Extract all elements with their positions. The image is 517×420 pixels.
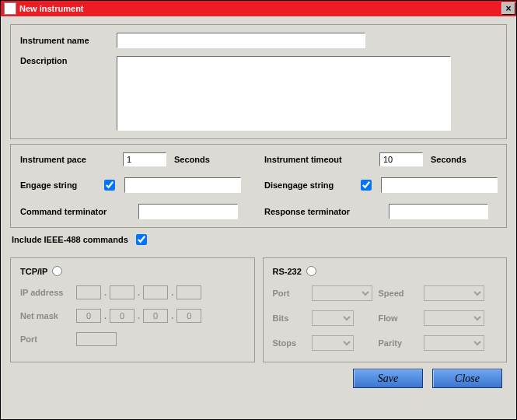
- rs-bits-label: Bits: [273, 313, 306, 323]
- content: Instrument name Description Instrument p…: [1, 16, 516, 419]
- dot-icon: .: [171, 311, 173, 320]
- timeout-unit: Seconds: [431, 155, 466, 164]
- tcp-port-label: Port: [20, 334, 76, 344]
- disengage-input[interactable]: [381, 177, 498, 193]
- dot-icon: .: [138, 288, 140, 297]
- mask-octet-1[interactable]: [76, 309, 101, 323]
- respterm-label: Response terminator: [264, 207, 389, 216]
- disengage-label: Disengage string: [264, 180, 361, 190]
- rs-stops-select[interactable]: [312, 335, 354, 351]
- cmdterm-label: Command terminator: [20, 207, 138, 216]
- rs-flow-label: Flow: [379, 313, 417, 323]
- save-button[interactable]: Save: [353, 369, 423, 388]
- window-title: New instrument: [19, 4, 501, 13]
- dialog-window: ◎ New instrument × Instrument name Descr…: [0, 0, 517, 420]
- group-timing: Instrument pace Seconds Instrument timeo…: [10, 144, 507, 228]
- cmdterm-input[interactable]: [138, 204, 238, 219]
- engage-input[interactable]: [124, 177, 241, 193]
- pace-input[interactable]: [123, 152, 166, 166]
- timeout-label: Instrument timeout: [264, 155, 379, 164]
- ip-octets: . . .: [76, 285, 245, 299]
- dot-icon: .: [171, 288, 173, 297]
- mask-octet-3[interactable]: [143, 309, 168, 323]
- ip-octet-2[interactable]: [110, 285, 134, 299]
- rs-port-label: Port: [273, 289, 306, 298]
- rs-speed-select[interactable]: [424, 285, 484, 301]
- rs-parity-label: Parity: [379, 338, 417, 348]
- ip-octet-4[interactable]: [176, 285, 201, 299]
- dot-icon: .: [104, 311, 107, 320]
- instrument-name-label: Instrument name: [20, 36, 117, 45]
- rs232-radio[interactable]: [306, 266, 316, 276]
- dot-icon: .: [104, 288, 107, 297]
- mask-octet-4[interactable]: [176, 309, 201, 323]
- ieee-label: Include IEEE-488 commands: [12, 235, 128, 244]
- description-textarea[interactable]: [117, 56, 451, 131]
- pace-label: Instrument pace: [20, 155, 123, 164]
- rs232-title: RS-232: [273, 267, 302, 276]
- respterm-input[interactable]: [389, 204, 488, 219]
- instrument-name-input[interactable]: [117, 33, 365, 48]
- ip-label: IP address: [20, 288, 76, 297]
- disengage-checkbox[interactable]: [361, 180, 372, 191]
- engage-checkbox[interactable]: [104, 180, 115, 191]
- ip-octet-1[interactable]: [76, 285, 101, 299]
- group-tcpip: TCP/IP IP address . . . Net mask: [10, 257, 255, 362]
- rs-speed-label: Speed: [379, 289, 417, 298]
- mask-label: Net mask: [20, 311, 76, 320]
- group-identity: Instrument name Description: [10, 24, 507, 139]
- rs-bits-select[interactable]: [312, 310, 354, 326]
- mask-octets: . . .: [76, 309, 245, 323]
- timeout-input[interactable]: [379, 152, 423, 166]
- app-icon: ◎: [4, 2, 16, 15]
- ieee-checkbox[interactable]: [136, 234, 147, 245]
- description-label: Description: [20, 56, 117, 65]
- rs-flow-select[interactable]: [424, 310, 484, 326]
- mask-octet-2[interactable]: [110, 309, 134, 323]
- rs-stops-label: Stops: [273, 338, 306, 348]
- pace-unit: Seconds: [174, 155, 210, 164]
- group-rs232: RS-232 Port Speed Bits Flow Stops Parity: [263, 257, 508, 362]
- dot-icon: .: [138, 311, 140, 320]
- tcpip-title: TCP/IP: [20, 267, 47, 276]
- close-icon[interactable]: ×: [501, 2, 515, 15]
- ip-octet-3[interactable]: [143, 285, 168, 299]
- footer: Save Close: [10, 367, 507, 388]
- rs-port-select[interactable]: [312, 285, 372, 301]
- tcp-port-input[interactable]: [76, 332, 117, 346]
- connection-row: TCP/IP IP address . . . Net mask: [10, 257, 507, 362]
- tcpip-radio[interactable]: [52, 266, 62, 276]
- rs-parity-select[interactable]: [424, 335, 484, 351]
- engage-label: Engage string: [20, 180, 104, 190]
- titlebar: ◎ New instrument ×: [1, 1, 516, 16]
- close-button[interactable]: Close: [432, 369, 502, 388]
